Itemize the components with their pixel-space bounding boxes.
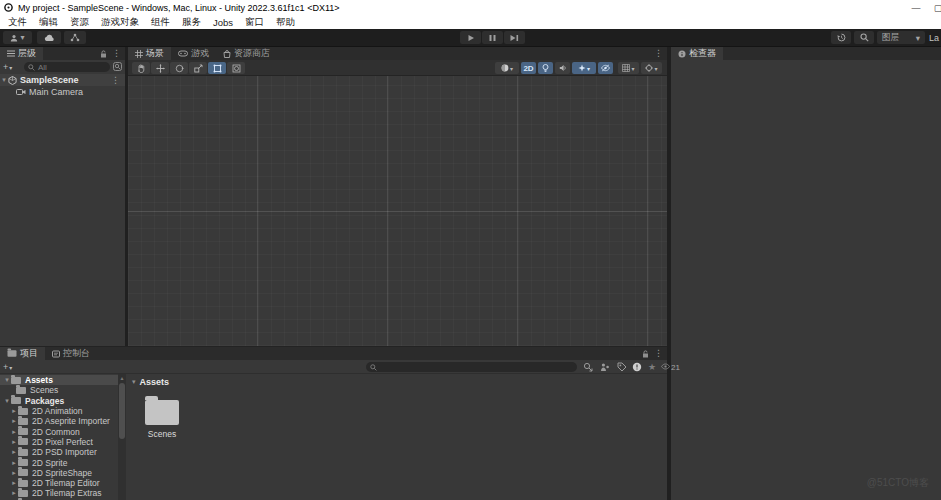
caret-right-icon[interactable]: ▸ <box>10 407 18 415</box>
lighting-toggle[interactable] <box>538 62 553 74</box>
tree-item-package[interactable]: ▸ 2D Tilemap Editor <box>0 478 118 488</box>
project-search-input[interactable] <box>366 362 577 372</box>
lock-icon[interactable] <box>100 50 107 58</box>
tree-item-packages[interactable]: ▾ Packages <box>0 396 118 406</box>
create-asset-button[interactable]: +▾ <box>3 362 12 372</box>
caret-down-icon[interactable]: ▾ <box>0 76 8 84</box>
menu-component[interactable]: 组件 <box>145 16 176 29</box>
tree-item-package[interactable]: ▸ 2D Aseprite Importer <box>0 416 118 426</box>
menu-jobs[interactable]: Jobs <box>207 17 239 28</box>
tree-item-package[interactable]: ▸ 2D Tilemap Extras <box>0 488 118 498</box>
layout-dropdown-partial[interactable]: La <box>929 33 939 43</box>
maximize-button[interactable]: ▢ <box>927 0 941 15</box>
kebab-menu-icon[interactable]: ⋮ <box>111 76 120 85</box>
step-icon <box>510 34 519 42</box>
caret-down-icon[interactable]: ▾ <box>3 376 11 384</box>
tab-game[interactable]: 游戏 <box>171 47 216 60</box>
tab-scene[interactable]: 场景 <box>128 47 171 60</box>
tree-item-assets[interactable]: ▾ Assets <box>0 375 118 385</box>
console-tab-label: 控制台 <box>63 347 90 360</box>
scroll-up-icon[interactable]: ▲ <box>119 374 125 382</box>
filter-by-type-icon[interactable] <box>600 362 610 372</box>
rect-tool[interactable] <box>208 62 226 74</box>
scene-visibility-toggle[interactable] <box>598 62 613 74</box>
tab-console[interactable]: 控制台 <box>45 347 97 360</box>
menu-services[interactable]: 服务 <box>176 16 207 29</box>
grid-icon <box>622 64 630 72</box>
scrollbar-thumb[interactable] <box>119 383 125 439</box>
gameobject-row-main-camera[interactable]: Main Camera <box>0 86 125 97</box>
menu-help[interactable]: 帮助 <box>270 16 301 29</box>
scene-viewport[interactable] <box>128 76 667 346</box>
menu-gameobject[interactable]: 游戏对象 <box>95 16 145 29</box>
tab-hierarchy[interactable]: 层级 <box>0 47 43 60</box>
tree-item-package[interactable]: ▸ 2D Animation <box>0 406 118 416</box>
caret-right-icon[interactable]: ▸ <box>10 479 18 487</box>
layers-dropdown[interactable]: 图层 ▾ <box>877 31 925 44</box>
cloud-icon <box>44 34 55 42</box>
step-button[interactable] <box>504 31 525 44</box>
play-button[interactable] <box>460 31 481 44</box>
kebab-menu-icon[interactable]: ⋮ <box>112 49 121 58</box>
favorite-star-icon[interactable]: ★ <box>648 362 656 372</box>
tab-asset-store[interactable]: 资源商店 <box>216 47 277 60</box>
menu-edit[interactable]: 编辑 <box>33 16 64 29</box>
version-control-button[interactable] <box>64 31 86 44</box>
caret-down-icon[interactable]: ▾ <box>3 397 11 405</box>
caret-right-icon[interactable]: ▸ <box>10 417 18 425</box>
tree-item-package[interactable]: ▸ 2D Pixel Perfect <box>0 437 118 447</box>
tree-item-package[interactable]: ▸ 2D Common <box>0 427 118 437</box>
content-breadcrumb[interactable]: Assets <box>140 377 170 387</box>
menu-assets[interactable]: 资源 <box>64 16 95 29</box>
tree-item-package[interactable]: ▸ 2D SpriteShape <box>0 468 118 478</box>
rotate-tool[interactable] <box>170 62 188 74</box>
watermark: @51CTO博客 <box>867 476 929 490</box>
2d-toggle[interactable]: 2D <box>521 62 536 74</box>
minimize-button[interactable]: — <box>905 0 927 15</box>
undo-history-button[interactable] <box>831 31 851 44</box>
asset-item-scenes[interactable]: Scenes <box>140 400 184 439</box>
preset-icon[interactable] <box>632 362 642 372</box>
caret-right-icon[interactable]: ▸ <box>10 438 18 446</box>
hidden-packages-eye-icon[interactable] <box>661 363 670 370</box>
create-object-button[interactable]: +▾ <box>3 62 12 72</box>
grid-visibility-dropdown[interactable]: ▾ <box>618 62 639 74</box>
transform-tool[interactable] <box>227 62 245 74</box>
open-folder-icon <box>11 397 21 404</box>
search-options-icon[interactable] <box>113 62 122 71</box>
menu-file[interactable]: 文件 <box>2 16 33 29</box>
audio-toggle[interactable] <box>555 62 570 74</box>
tree-item-package[interactable]: ▸ 2D PSD Importer <box>0 447 118 457</box>
menu-window[interactable]: 窗口 <box>239 16 270 29</box>
kebab-menu-icon[interactable]: ⋮ <box>654 349 663 358</box>
draw-mode-dropdown[interactable]: ▾ <box>495 62 519 74</box>
gizmos-dropdown[interactable]: ▾ <box>641 62 662 74</box>
gamepad-icon <box>178 50 188 57</box>
account-dropdown[interactable]: ▾ <box>3 31 32 44</box>
tree-item-scenes[interactable]: Scenes <box>0 385 118 395</box>
caret-down-icon[interactable]: ▾ <box>132 378 136 386</box>
effects-dropdown[interactable]: ▾ <box>572 62 596 74</box>
caret-right-icon[interactable]: ▸ <box>10 469 18 477</box>
open-in-search-icon[interactable] <box>583 362 593 372</box>
caret-right-icon[interactable]: ▸ <box>10 448 18 456</box>
scene-header-row[interactable]: ▾ SampleScene ⋮ <box>0 74 125 86</box>
tab-inspector[interactable]: 检查器 <box>671 47 723 60</box>
filter-by-label-icon[interactable] <box>617 362 627 372</box>
view-hand-tool[interactable] <box>132 62 150 74</box>
move-tool[interactable] <box>151 62 169 74</box>
hierarchy-search-input[interactable]: All <box>24 62 110 72</box>
caret-right-icon[interactable]: ▸ <box>10 459 18 467</box>
tab-project[interactable]: 项目 <box>0 347 45 360</box>
cloud-button[interactable] <box>37 31 61 44</box>
tree-label: Scenes <box>30 385 58 395</box>
caret-right-icon[interactable]: ▸ <box>10 489 18 497</box>
tree-scrollbar[interactable]: ▲ <box>118 374 126 500</box>
tree-item-package[interactable]: ▸ 2D Sprite <box>0 457 118 467</box>
scale-tool[interactable] <box>189 62 207 74</box>
lock-icon[interactable] <box>642 350 649 358</box>
global-search-button[interactable] <box>854 31 874 44</box>
caret-right-icon[interactable]: ▸ <box>10 428 18 436</box>
pause-button[interactable] <box>482 31 503 44</box>
kebab-menu-icon[interactable]: ⋮ <box>654 49 663 58</box>
